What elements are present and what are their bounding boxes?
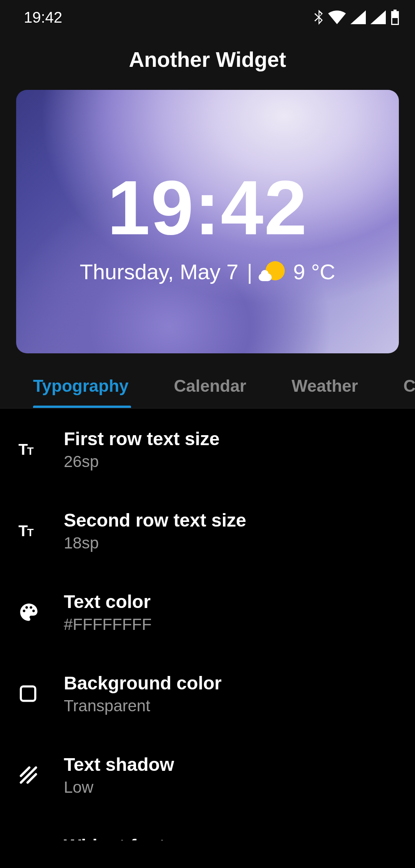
setting-title: First row text size <box>64 428 400 449</box>
text-size-icon: TT <box>18 522 64 540</box>
cell-signal-icon <box>370 10 386 24</box>
page-title: Another Widget <box>0 35 415 84</box>
setting-subtitle: Low <box>64 778 400 797</box>
setting-subtitle: 26sp <box>64 452 400 471</box>
setting-title: Text color <box>64 591 400 612</box>
tab-weather[interactable]: Weather <box>292 376 358 408</box>
setting-text-shadow[interactable]: Text shadow Low <box>0 734 415 816</box>
setting-title: Text shadow <box>64 754 400 775</box>
preview-date: Thursday, May 7 <box>80 259 239 284</box>
tab-clock[interactable]: Clock <box>403 376 415 408</box>
navigation-bar <box>0 840 415 868</box>
setting-second-row-text-size[interactable]: TT Second row text size 18sp <box>0 490 415 571</box>
setting-subtitle: Transparent <box>64 697 400 715</box>
bluetooth-icon <box>314 10 324 25</box>
setting-subtitle: 18sp <box>64 534 400 552</box>
cell-signal-icon <box>350 10 366 24</box>
weather-icon <box>261 260 285 283</box>
status-time: 19:42 <box>24 9 62 26</box>
divider: | <box>247 259 252 284</box>
tab-typography[interactable]: Typography <box>33 376 129 408</box>
setting-title: Background color <box>64 673 400 694</box>
setting-first-row-text-size[interactable]: TT First row text size 26sp <box>0 409 415 490</box>
battery-icon <box>390 10 400 25</box>
setting-text-color[interactable]: Text color #FFFFFFFF <box>0 571 415 653</box>
widget-preview[interactable]: 19:42 Thursday, May 7 | 9 °C <box>16 90 399 353</box>
status-bar: 19:42 <box>0 0 415 35</box>
status-icons <box>314 10 400 25</box>
square-outline-icon <box>18 684 64 703</box>
setting-background-color[interactable]: Background color Transparent <box>0 653 415 734</box>
setting-subtitle: #FFFFFFFF <box>64 615 400 634</box>
setting-title: Second row text size <box>64 510 400 531</box>
palette-icon <box>18 602 64 623</box>
svg-rect-0 <box>21 686 35 701</box>
text-size-icon: TT <box>18 441 64 458</box>
wifi-icon <box>328 10 346 24</box>
preview-temperature: 9 °C <box>293 259 335 284</box>
tab-calendar[interactable]: Calendar <box>174 376 246 408</box>
preview-time: 19:42 <box>107 169 308 246</box>
preview-second-row: Thursday, May 7 | 9 °C <box>80 259 335 284</box>
settings-list: TT First row text size 26sp TT Second ro… <box>0 409 415 868</box>
tab-bar: Typography Calendar Weather Clock <box>0 353 415 409</box>
texture-icon <box>18 765 64 785</box>
widget-preview-wrap: 19:42 Thursday, May 7 | 9 °C <box>0 84 415 353</box>
